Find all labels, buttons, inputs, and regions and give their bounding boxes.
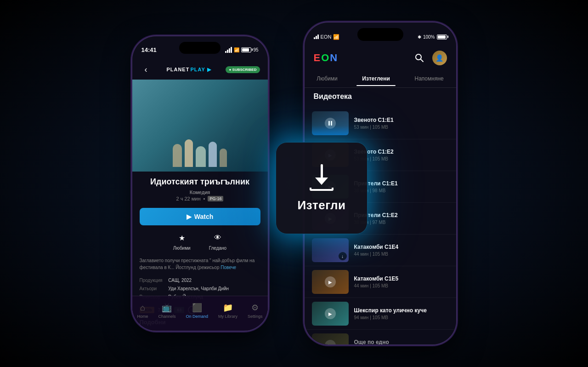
bullet: • [204,196,205,201]
svg-line-1 [421,59,423,62]
movie-description: Заглавието получи престижната " най-добъ… [140,257,260,271]
left-phone-island [179,42,220,54]
subscribed-badge: ● SUBSCRIBED [226,66,260,73]
tab-downloaded-label: Изтеглени [362,75,390,82]
signal-bar-3 [229,48,230,53]
video-meta-2: 53 мин | 105 MB [354,156,449,161]
right-battery-pct: 100% [423,34,435,40]
right-sig-2 [316,36,317,39]
download-label: Изтегли [298,198,346,212]
more-link[interactable]: Повече [220,265,236,270]
figure-4 [209,142,217,167]
nav-settings[interactable]: ⚙ Settings [248,303,263,319]
signal-bar-1 [225,51,226,53]
right-wifi-icon: 📶 [333,34,339,40]
video-meta-6: 44 мин | 105 MB [354,283,449,288]
signal-bar-2 [227,50,228,53]
tab-reminders[interactable]: Напомняне [409,72,449,86]
favorites-button[interactable]: ★ Любими [173,232,191,251]
eon-logo: EON [314,52,339,64]
video-title-4: Приятели С1:E2 [354,212,449,218]
eon-header: EON 👤 [305,46,456,69]
action-buttons: ★ Любими 👁 Гледано [140,232,260,251]
nav-my-library[interactable]: 📁 My Library [218,303,237,319]
video-info-4: Приятели С1:E2 38 мин | 97 MB [354,212,449,225]
wifi-icon: 📶 [234,47,239,52]
video-meta-4: 38 мин | 97 MB [354,220,449,225]
battery-pct: 95 [253,47,258,52]
download-arrow-head [315,178,328,185]
nav-on-demand-label: On Demand [186,314,208,319]
search-icon [415,53,424,63]
signal-bar-4 [231,47,232,53]
nav-on-demand[interactable]: ⬛ On Demand [186,303,208,319]
actors-row: Актьори Уди Харелсън, Чарлби Дийн [140,285,260,293]
download-icon-5: ↓ [339,252,347,260]
production-label: Продукция [140,276,167,285]
section-title: Видеотека [314,92,352,101]
video-item-7[interactable]: ▶ Шекспир като улично куче 94 мин | 105 … [305,298,456,330]
library-icon: 📁 [223,303,233,313]
right-status-right: ✱ 100% [418,34,447,40]
video-item-8[interactable]: ▶ Още по едно 112 мин | 105 MB [305,330,456,344]
download-tray [310,188,334,191]
right-phone-island [357,28,403,41]
eon-logo-e: E [314,52,322,63]
video-info-2: Звеното С1:E2 53 мин | 105 MB [354,149,449,161]
eon-logo-o: O [321,52,330,63]
left-phone-screen: 14:41 📶 95 ‹ [132,36,268,331]
video-item-1[interactable]: Звеното С1:E1 53 мин | 105 MB [305,108,456,139]
nav-channels[interactable]: 📺 Channels [158,303,175,319]
nav-my-library-label: My Library [218,314,237,319]
tab-favorites-label: Любими [317,75,337,82]
avatar-icon: 👤 [435,54,443,62]
search-button[interactable] [412,51,427,65]
watched-label: Гледано [209,246,227,251]
user-avatar[interactable]: 👤 [432,51,447,65]
actors-label: Актьори [140,285,167,293]
left-phone: 14:41 📶 95 ‹ [132,36,268,331]
download-arrow-shaft [321,164,323,178]
video-info-6: Катакомби С1Е5 44 мин | 105 MB [354,275,449,288]
home-icon: ⌂ [140,303,145,313]
subscribed-text: ● SUBSCRIBED [229,68,257,72]
download-arrow-container [310,164,334,191]
figure-1 [173,144,182,167]
video-item-6[interactable]: ▶ Катакомби С1Е5 44 мин | 105 MB [305,266,456,298]
download-popup[interactable]: Изтегли [276,142,368,234]
play-button-7: ▶ [325,308,336,319]
figure-2 [185,139,193,167]
play-button-6: ▶ [325,276,336,287]
video-item-5[interactable]: ↓ Катакомби С1Е4 44 мин | 105 MB [305,235,456,266]
movie-title: Идиотският триъгълник [140,177,260,187]
brand-play: PLAY ▶ [190,67,211,73]
right-signal-bars [314,34,319,39]
watched-button[interactable]: 👁 Гледано [209,232,227,251]
video-thumb-7: ▶ [312,302,349,326]
tab-downloaded[interactable]: Изтеглени [356,72,396,86]
video-meta-3: 38 мин | 98 MB [354,188,449,193]
back-button[interactable]: ‹ [140,63,153,76]
signal-bars [225,47,232,53]
channels-icon: 📺 [162,303,172,313]
nav-settings-label: Settings [248,314,263,319]
bottom-nav: ⌂ Home 📺 Channels ⬛ On Demand 📁 My Libra… [132,296,268,331]
status-icons: 📶 95 [225,47,258,53]
right-battery-fill [438,35,446,39]
star-icon: ★ [176,232,188,244]
eon-logo-n: N [330,52,338,63]
video-info-5: Катакомби С1Е4 44 мин | 105 MB [354,244,449,257]
tab-favorites[interactable]: Любими [311,72,343,86]
nav-home[interactable]: ⌂ Home [137,303,148,319]
battery-icon [241,47,251,52]
nav-home-label: Home [137,314,148,319]
video-title-1: Звеното С1:E1 [354,117,449,123]
watch-button[interactable]: ▶ Watch [140,208,260,225]
status-time: 14:41 [141,46,157,53]
figure-5 [220,149,227,167]
tabs-row: Любими Изтеглени Напомняне [305,69,456,88]
movie-meta: 2 ч 22 мин • PG-16 [140,196,260,201]
eye-icon: 👁 [212,232,224,244]
header-icons-right: 👤 [412,51,447,65]
right-status-left: EON 📶 [314,34,340,40]
